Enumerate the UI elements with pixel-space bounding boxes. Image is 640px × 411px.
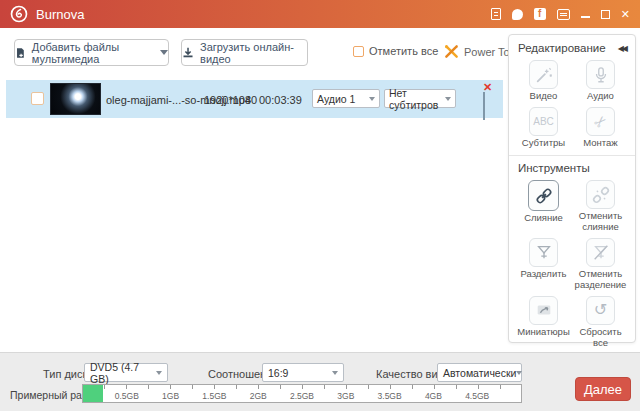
sidebar-tool-split[interactable]: Разделить [515, 238, 572, 291]
sidebar-tool-thumbnails[interactable]: Миниатюры [515, 296, 572, 349]
sidebar-tool-unsplit[interactable]: Отменить разделение [572, 238, 629, 291]
sidebar-item-audio[interactable]: Аудио [572, 60, 629, 102]
add-file-icon [15, 46, 26, 60]
sidebar-tool-reset-all[interactable]: Сбросить все [572, 296, 629, 349]
video-quality-select[interactable]: Автоматически [437, 363, 522, 382]
cancel-split-icon [592, 243, 610, 261]
facebook-icon[interactable] [534, 8, 546, 20]
subtitle-select[interactable]: Нет субтитров [384, 89, 456, 108]
feedback-icon[interactable] [512, 9, 523, 20]
aspect-ratio-select[interactable]: 16:9 [262, 363, 344, 382]
size-tick-label: 0.5GB [115, 391, 139, 401]
check-all-checkbox[interactable] [353, 46, 364, 57]
power-tools-icon [444, 44, 459, 59]
release-notes-icon[interactable] [491, 8, 501, 20]
abc-icon: ABC [533, 116, 554, 127]
aspect-ratio-value: 16:9 [268, 367, 288, 379]
size-tick-label: 4GB [425, 391, 442, 401]
sidebar-tool-unmerge[interactable]: Отменить слияние [572, 180, 629, 233]
chevron-down-icon [160, 50, 168, 55]
sidebar-item-subtitles[interactable]: ABC Субтитры [515, 107, 572, 149]
scissors-icon [591, 112, 611, 132]
split-icon [535, 243, 553, 261]
video-quality-value: Автоматически [443, 367, 516, 379]
edit-tools-sidebar: Редактирование Видео Аудио ABC Субти [508, 34, 636, 343]
link-icon [534, 186, 554, 206]
maximize-button[interactable] [601, 10, 610, 19]
add-media-files-button[interactable]: Добавить файлы мультимедиа [14, 39, 169, 66]
size-tick-label: 3.5GB [378, 391, 402, 401]
minimize-button[interactable] [581, 16, 590, 18]
video-list-row[interactable]: oleg-majjami-...-so-mnojj.mp4 1920*1080 … [6, 80, 503, 118]
chevron-down-icon [445, 97, 451, 101]
app-title: Burnova [36, 7, 84, 22]
size-tick-label: 2GB [250, 391, 267, 401]
sidebar-divider [509, 155, 635, 156]
broken-link-icon [591, 185, 611, 205]
burnova-logo-icon [10, 5, 28, 23]
load-online-video-button[interactable]: Загрузить онлайн-видео [181, 39, 308, 66]
size-tick-label: 3GB [337, 391, 354, 401]
tools-section-title: Инструменты [518, 162, 590, 174]
audio-track-value: Аудио 1 [317, 93, 355, 105]
sidebar-item-editing[interactable]: Монтаж [572, 107, 629, 149]
chevron-down-icon [516, 371, 522, 375]
video-resolution: 1920*1080 [204, 94, 257, 106]
chevron-down-icon [369, 97, 375, 101]
size-ticks [83, 385, 521, 389]
sidebar-item-video[interactable]: Видео [515, 60, 572, 102]
menu-icon[interactable] [557, 9, 570, 20]
collapse-sidebar-icon[interactable] [618, 44, 626, 53]
close-button[interactable] [621, 9, 630, 20]
microphone-icon [592, 66, 610, 84]
reset-icon [594, 302, 607, 318]
video-duration: 00:03:39 [259, 94, 302, 106]
chevron-down-icon [156, 371, 162, 375]
move-down-icon[interactable] [483, 103, 491, 111]
disc-type-value: DVD5 (4.7 GB) [90, 361, 156, 385]
add-media-files-label: Добавить файлы мультимедиа [32, 41, 154, 65]
estimated-size-bar: 0.5GB 1GB 1.5GB 2GB 2.5GB 3GB 3.5GB 4GB … [82, 384, 522, 403]
size-tick-label: 1GB [162, 391, 179, 401]
chevron-down-icon [332, 371, 338, 375]
check-all-control[interactable]: Отметить все [353, 45, 438, 57]
size-tick-label: 4.5GB [465, 391, 489, 401]
download-icon [182, 46, 194, 60]
sidebar-tool-merge[interactable]: Слияние [515, 180, 572, 233]
magic-wand-icon [535, 66, 553, 84]
size-tick-label: 1.5GB [202, 391, 226, 401]
row-checkbox[interactable] [31, 92, 44, 105]
thumbnails-icon [535, 301, 553, 319]
subtitle-value: Нет субтитров [389, 87, 445, 111]
size-tick-label: 2.5GB [290, 391, 314, 401]
audio-track-select[interactable]: Аудио 1 [312, 89, 380, 108]
disc-type-select[interactable]: DVD5 (4.7 GB) [84, 363, 168, 382]
check-all-label: Отметить все [369, 45, 438, 57]
edit-section-title: Редактирование [518, 42, 606, 54]
video-thumbnail [50, 83, 101, 115]
burnova-window: Burnova Добавить файлы мультимедиа Загру… [0, 0, 640, 411]
next-button[interactable]: Далее [575, 377, 631, 401]
load-online-video-label: Загрузить онлайн-видео [200, 41, 307, 65]
titlebar: Burnova [0, 0, 640, 28]
